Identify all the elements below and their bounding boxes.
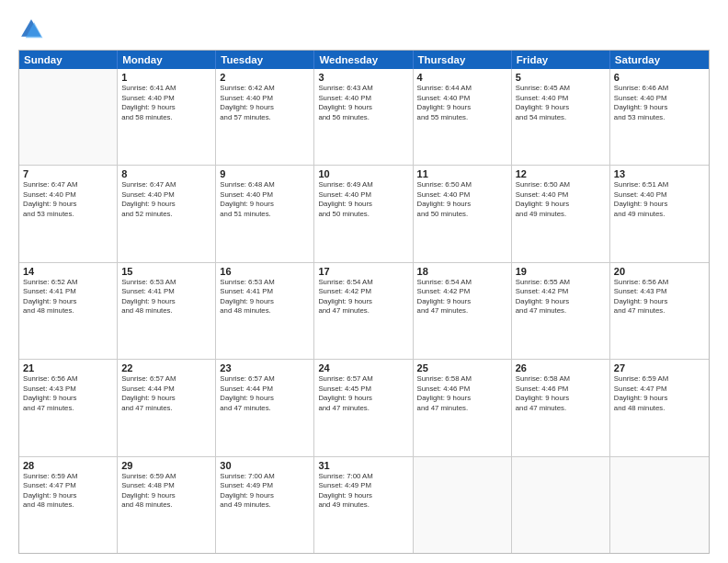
day-info: Sunrise: 6:48 AM Sunset: 4:40 PM Dayligh…	[220, 180, 310, 219]
calendar-week-5: 28Sunrise: 6:59 AM Sunset: 4:47 PM Dayli…	[19, 456, 709, 553]
day-info: Sunrise: 6:42 AM Sunset: 4:40 PM Dayligh…	[220, 84, 310, 122]
day-number: 29	[121, 460, 211, 471]
calendar-cell: 14Sunrise: 6:52 AM Sunset: 4:41 PM Dayli…	[19, 263, 118, 359]
day-number: 27	[614, 362, 705, 373]
day-info: Sunrise: 6:56 AM Sunset: 4:43 PM Dayligh…	[23, 374, 113, 413]
calendar-cell: 1Sunrise: 6:41 AM Sunset: 4:40 PM Daylig…	[118, 69, 216, 165]
calendar-cell: 4Sunrise: 6:44 AM Sunset: 4:40 PM Daylig…	[414, 69, 512, 165]
calendar-cell: 9Sunrise: 6:48 AM Sunset: 4:40 PM Daylig…	[216, 166, 314, 261]
day-info: Sunrise: 6:54 AM Sunset: 4:42 PM Dayligh…	[417, 278, 507, 316]
day-number: 26	[516, 362, 606, 373]
calendar-cell: 31Sunrise: 7:00 AM Sunset: 4:49 PM Dayli…	[314, 457, 413, 553]
day-info: Sunrise: 6:57 AM Sunset: 4:45 PM Dayligh…	[318, 374, 408, 413]
calendar-header-thursday: Thursday	[414, 51, 512, 69]
calendar-header-friday: Friday	[512, 51, 610, 69]
calendar-cell: 27Sunrise: 6:59 AM Sunset: 4:47 PM Dayli…	[610, 360, 709, 455]
calendar-cell: 12Sunrise: 6:50 AM Sunset: 4:40 PM Dayli…	[512, 166, 610, 261]
day-number: 16	[220, 266, 310, 277]
day-number: 2	[220, 72, 310, 83]
calendar-cell: 16Sunrise: 6:53 AM Sunset: 4:41 PM Dayli…	[216, 263, 314, 359]
day-number: 20	[614, 266, 705, 277]
day-info: Sunrise: 7:00 AM Sunset: 4:49 PM Dayligh…	[318, 472, 408, 511]
calendar-cell	[512, 457, 610, 553]
day-number: 5	[516, 72, 606, 83]
calendar-cell: 19Sunrise: 6:55 AM Sunset: 4:42 PM Dayli…	[512, 263, 610, 359]
day-info: Sunrise: 6:56 AM Sunset: 4:43 PM Dayligh…	[614, 278, 705, 316]
calendar-header-sunday: Sunday	[19, 51, 118, 69]
calendar-week-2: 7Sunrise: 6:47 AM Sunset: 4:40 PM Daylig…	[19, 165, 709, 261]
day-info: Sunrise: 6:58 AM Sunset: 4:46 PM Dayligh…	[516, 374, 606, 413]
calendar-header-saturday: Saturday	[610, 51, 709, 69]
day-number: 19	[516, 266, 606, 277]
calendar-cell: 26Sunrise: 6:58 AM Sunset: 4:46 PM Dayli…	[512, 360, 610, 455]
calendar-body: 1Sunrise: 6:41 AM Sunset: 4:40 PM Daylig…	[19, 69, 709, 553]
calendar-cell: 11Sunrise: 6:50 AM Sunset: 4:40 PM Dayli…	[414, 166, 512, 261]
day-info: Sunrise: 6:46 AM Sunset: 4:40 PM Dayligh…	[614, 84, 705, 122]
day-info: Sunrise: 6:59 AM Sunset: 4:47 PM Dayligh…	[23, 472, 113, 511]
day-info: Sunrise: 6:52 AM Sunset: 4:41 PM Dayligh…	[23, 278, 113, 316]
calendar-cell	[414, 457, 512, 553]
calendar-cell: 15Sunrise: 6:53 AM Sunset: 4:41 PM Dayli…	[118, 263, 216, 359]
day-number: 21	[23, 362, 113, 373]
calendar-cell: 3Sunrise: 6:43 AM Sunset: 4:40 PM Daylig…	[314, 69, 413, 165]
day-info: Sunrise: 6:53 AM Sunset: 4:41 PM Dayligh…	[121, 278, 211, 316]
day-number: 22	[121, 362, 211, 373]
calendar-week-3: 14Sunrise: 6:52 AM Sunset: 4:41 PM Dayli…	[19, 262, 709, 359]
calendar: SundayMondayTuesdayWednesdayThursdayFrid…	[18, 50, 710, 554]
day-info: Sunrise: 6:53 AM Sunset: 4:41 PM Dayligh…	[220, 278, 310, 316]
day-info: Sunrise: 6:50 AM Sunset: 4:40 PM Dayligh…	[417, 180, 507, 219]
day-number: 11	[417, 168, 507, 179]
calendar-cell	[19, 69, 118, 165]
day-info: Sunrise: 6:47 AM Sunset: 4:40 PM Dayligh…	[121, 180, 211, 219]
calendar-cell: 17Sunrise: 6:54 AM Sunset: 4:42 PM Dayli…	[314, 263, 413, 359]
calendar-week-4: 21Sunrise: 6:56 AM Sunset: 4:43 PM Dayli…	[19, 359, 709, 455]
calendar-header-row: SundayMondayTuesdayWednesdayThursdayFrid…	[19, 51, 709, 69]
calendar-cell: 28Sunrise: 6:59 AM Sunset: 4:47 PM Dayli…	[19, 457, 118, 553]
calendar-cell: 22Sunrise: 6:57 AM Sunset: 4:44 PM Dayli…	[118, 360, 216, 455]
calendar-cell: 24Sunrise: 6:57 AM Sunset: 4:45 PM Dayli…	[314, 360, 413, 455]
calendar-cell: 5Sunrise: 6:45 AM Sunset: 4:40 PM Daylig…	[512, 69, 610, 165]
day-number: 14	[23, 266, 113, 277]
day-number: 10	[318, 168, 408, 179]
calendar-header-tuesday: Tuesday	[216, 51, 314, 69]
day-number: 31	[318, 460, 408, 471]
calendar-header-monday: Monday	[118, 51, 216, 69]
calendar-cell: 20Sunrise: 6:56 AM Sunset: 4:43 PM Dayli…	[610, 263, 709, 359]
day-info: Sunrise: 6:50 AM Sunset: 4:40 PM Dayligh…	[516, 180, 606, 219]
day-number: 1	[121, 72, 211, 83]
day-number: 17	[318, 266, 408, 277]
calendar-cell: 25Sunrise: 6:58 AM Sunset: 4:46 PM Dayli…	[414, 360, 512, 455]
day-number: 4	[417, 72, 507, 83]
calendar-week-1: 1Sunrise: 6:41 AM Sunset: 4:40 PM Daylig…	[19, 69, 709, 165]
day-number: 6	[614, 72, 705, 83]
calendar-cell: 8Sunrise: 6:47 AM Sunset: 4:40 PM Daylig…	[118, 166, 216, 261]
calendar-cell: 6Sunrise: 6:46 AM Sunset: 4:40 PM Daylig…	[610, 69, 709, 165]
day-info: Sunrise: 6:49 AM Sunset: 4:40 PM Dayligh…	[318, 180, 408, 219]
page: SundayMondayTuesdayWednesdayThursdayFrid…	[0, 0, 728, 563]
logo	[18, 17, 48, 42]
day-number: 28	[23, 460, 113, 471]
day-info: Sunrise: 6:59 AM Sunset: 4:47 PM Dayligh…	[614, 374, 705, 413]
day-info: Sunrise: 6:59 AM Sunset: 4:48 PM Dayligh…	[121, 472, 211, 511]
day-number: 12	[516, 168, 606, 179]
day-info: Sunrise: 6:57 AM Sunset: 4:44 PM Dayligh…	[220, 374, 310, 413]
day-number: 18	[417, 266, 507, 277]
day-info: Sunrise: 6:58 AM Sunset: 4:46 PM Dayligh…	[417, 374, 507, 413]
day-info: Sunrise: 6:43 AM Sunset: 4:40 PM Dayligh…	[318, 84, 408, 122]
calendar-cell: 30Sunrise: 7:00 AM Sunset: 4:49 PM Dayli…	[216, 457, 314, 553]
day-number: 13	[614, 168, 705, 179]
day-info: Sunrise: 6:45 AM Sunset: 4:40 PM Dayligh…	[516, 84, 606, 122]
day-number: 25	[417, 362, 507, 373]
day-info: Sunrise: 6:54 AM Sunset: 4:42 PM Dayligh…	[318, 278, 408, 316]
calendar-header-wednesday: Wednesday	[314, 51, 413, 69]
calendar-cell: 2Sunrise: 6:42 AM Sunset: 4:40 PM Daylig…	[216, 69, 314, 165]
calendar-cell: 18Sunrise: 6:54 AM Sunset: 4:42 PM Dayli…	[414, 263, 512, 359]
day-info: Sunrise: 6:41 AM Sunset: 4:40 PM Dayligh…	[121, 84, 211, 122]
calendar-cell: 23Sunrise: 6:57 AM Sunset: 4:44 PM Dayli…	[216, 360, 314, 455]
day-number: 15	[121, 266, 211, 277]
day-number: 8	[121, 168, 211, 179]
day-info: Sunrise: 7:00 AM Sunset: 4:49 PM Dayligh…	[220, 472, 310, 511]
day-info: Sunrise: 6:51 AM Sunset: 4:40 PM Dayligh…	[614, 180, 705, 219]
calendar-cell: 13Sunrise: 6:51 AM Sunset: 4:40 PM Dayli…	[610, 166, 709, 261]
calendar-cell: 21Sunrise: 6:56 AM Sunset: 4:43 PM Dayli…	[19, 360, 118, 455]
